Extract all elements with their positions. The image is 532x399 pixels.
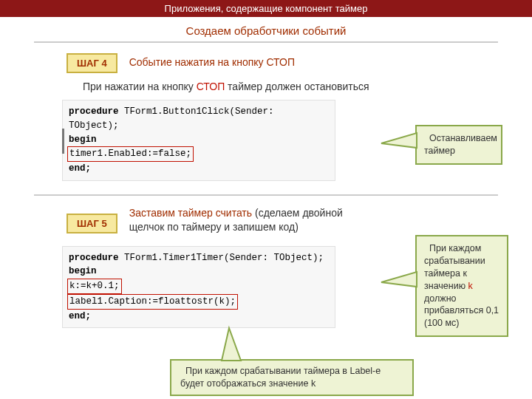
step4-body: При нажатии на кнопку СТОП таймер должен…: [83, 81, 532, 92]
code-kw: begin: [69, 134, 97, 145]
slide-banner: Приложения, содержащие компонент таймер: [0, 0, 532, 17]
code-kw: procedure: [69, 253, 119, 263]
callout-text: должно прибавляться 0,1 (100 мс): [424, 293, 499, 329]
callout-k: k: [311, 378, 316, 389]
callout-text: Останавливаем таймер: [424, 133, 497, 156]
svg-marker-0: [381, 133, 417, 148]
slide-subtitle: Создаем обработчики событий: [0, 24, 532, 37]
code-text: TForm1.Timer1Timer(Sender: TObject);: [119, 253, 324, 263]
step5-callout-right: При каждом срабатывании таймера к значен…: [415, 235, 508, 337]
step4-header: ШАГ 4 Событие нажатия на кнопку СТОП: [0, 53, 532, 73]
svg-marker-1: [381, 272, 417, 287]
step4-tag: ШАГ 4: [66, 53, 117, 73]
svg-marker-2: [222, 328, 241, 361]
step5-title-red: Заставим таймер считать: [129, 207, 252, 219]
step5-tag: ШАГ 5: [66, 214, 117, 233]
code-kw: procedure: [69, 106, 119, 117]
divider: [34, 41, 498, 43]
callout-pointer-icon: [381, 133, 417, 151]
step4-title: Событие нажатия на кнопку СТОП: [129, 53, 295, 68]
step4-body-pre: При нажатии на кнопку: [83, 81, 197, 92]
callout-pointer-icon: [222, 328, 242, 361]
callout-text: При каждом срабатывании таймера к значен…: [424, 243, 485, 291]
callout-text: При каждом срабатывании таймера в: [185, 366, 350, 376]
step4-code: procedure TForm1.Button1Click(Sender: TO…: [62, 100, 335, 181]
code-kw: begin: [69, 266, 97, 276]
step5-header: ШАГ 5 Заставим таймер считать (сделаем д…: [0, 206, 532, 234]
step5-code: procedure TForm1.Timer1Timer(Sender: TOb…: [62, 246, 335, 329]
code-highlight: k:=k+0.1;: [67, 279, 122, 294]
code-highlight: label1.Caption:=floattostr(k);: [67, 294, 238, 310]
step4-body-post: таймер должен остановиться: [225, 81, 369, 92]
divider: [34, 194, 498, 196]
code-kw: end;: [69, 311, 91, 321]
step4-body-stop: СТОП: [197, 81, 225, 92]
code-highlight: timer1.Enabled:=false;: [67, 146, 194, 162]
callout-k: k: [468, 281, 473, 291]
callout-pointer-icon: [381, 272, 417, 290]
code-kw: end;: [69, 163, 91, 174]
callout-label: Label: [349, 366, 372, 376]
step4-callout: Останавливаем таймер: [415, 125, 502, 165]
step5-callout-bottom: При каждом срабатывании таймера в Label-…: [170, 359, 414, 396]
step5-title: Заставим таймер считать (сделаем двойной…: [129, 206, 373, 234]
gutter-mark-icon: [62, 129, 64, 154]
